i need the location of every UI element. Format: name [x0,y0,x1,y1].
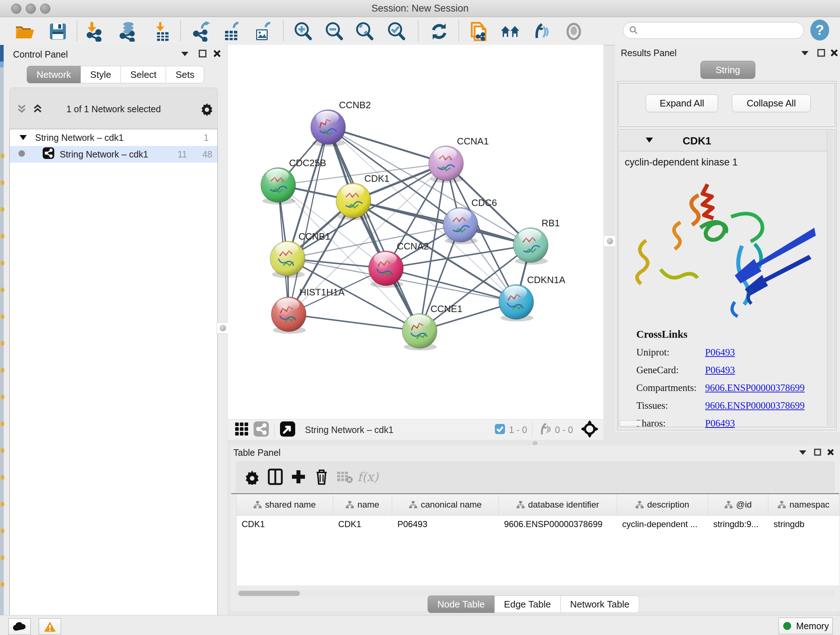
network-row-selected[interactable]: String Network – cdk1 11 48 [10,146,218,163]
float-window-icon[interactable] [198,49,207,59]
home-networks-button[interactable] [501,21,521,42]
column-header-@id[interactable]: @id [708,494,768,515]
collapse-triangle-icon[interactable] [645,137,654,145]
tab-network-table[interactable]: Network Table [561,595,639,613]
save-session-button[interactable] [48,21,68,42]
table-cell[interactable]: stringdb:9... [708,516,768,533]
network-node-RB1[interactable] [513,228,548,264]
table-options-gear-icon[interactable] [240,466,264,488]
tab-node-table[interactable]: Node Table [428,595,494,613]
search-input[interactable] [638,25,792,36]
warnings-button[interactable] [39,618,61,635]
delete-column-icon[interactable] [310,466,333,488]
close-panel-icon[interactable] [830,49,838,59]
add-column-icon[interactable] [287,466,310,488]
birds-eye-toggle-icon[interactable] [581,420,598,439]
table-cell[interactable]: stringdb [768,516,839,533]
collapse-all-button[interactable]: Collapse All [732,95,811,112]
tab-network[interactable]: Network [27,66,81,83]
memory-button[interactable]: Memory [778,618,833,634]
float-window-icon[interactable] [813,448,821,458]
float-window-icon[interactable] [817,49,826,59]
network-edge[interactable] [328,127,446,163]
network-node-CDC6[interactable] [443,207,478,244]
network-node-CCNE1[interactable] [402,314,437,350]
search-box[interactable] [623,22,804,39]
collapse-triangle-icon[interactable] [19,133,27,143]
table-cell[interactable]: cyclin-dependent ... [617,516,708,533]
table-cell[interactable]: P06493 [392,516,499,533]
clone-network-button[interactable] [469,21,489,42]
network-view-type-icon[interactable] [253,421,269,439]
crosslink-link[interactable]: P06493 [705,364,735,375]
import-table-file-button[interactable] [152,21,172,42]
close-panel-icon[interactable] [213,49,221,59]
selected-checkbox-icon[interactable] [494,424,505,436]
table-cell[interactable]: CDK1 [333,516,393,533]
results-scrollbar[interactable] [827,131,834,426]
network-edge[interactable] [289,314,420,331]
network-edge[interactable] [289,127,328,314]
zoom-out-button[interactable] [324,21,344,42]
network-node-CCNB2[interactable] [311,110,346,147]
node-table[interactable]: shared namenamecanonical namedatabase id… [231,493,839,585]
network-collection-row[interactable]: String Network – cdk1 1 [10,129,218,146]
hidden-eye-icon[interactable] [538,423,552,437]
zoom-selected-button[interactable] [386,21,407,42]
network-node-CDK1[interactable] [336,183,371,220]
column-header-shared-name[interactable]: shared name [237,494,333,515]
column-header-name[interactable]: name [333,494,393,515]
crosslink-link[interactable]: P06493 [705,418,735,429]
help-button[interactable]: ? [810,20,830,40]
network-node-CDKN1A[interactable] [499,285,534,321]
column-header-canonical-name[interactable]: canonical name [392,494,499,515]
float-menu-icon[interactable] [798,449,807,457]
import-network-file-button[interactable] [84,21,104,42]
apply-layout-button[interactable] [429,21,449,42]
export-table-button[interactable] [221,21,242,42]
network-node-HIST1H1A[interactable] [271,297,306,334]
float-menu-icon[interactable] [180,50,189,59]
float-menu-icon[interactable] [800,49,810,58]
crosslink-link[interactable]: 9606.ENSP00000378699 [705,382,805,393]
network-edge[interactable] [328,127,420,331]
network-canvas[interactable]: CCNB2CCNA1CDC25BCDK1CDC6RB1CCNB1CCNA2CDK… [228,45,603,419]
expand-all-button[interactable]: Expand All [646,95,718,112]
inspect-eye-button[interactable] [564,21,584,42]
view-grid-icon[interactable] [234,422,249,438]
cloud-status-button[interactable] [8,618,31,635]
splitter-handle[interactable] [603,235,616,247]
network-node-CCNA2[interactable] [369,251,403,288]
crosslink-link[interactable]: 9606.ENSP00000378699 [705,400,805,411]
tab-edge-table[interactable]: Edge Table [494,595,561,613]
network-node-CDC25B[interactable] [261,168,295,204]
results-hscrollbar[interactable] [620,420,642,426]
protein-section-header[interactable]: CDK1 [620,131,834,151]
import-network-database-button[interactable] [118,21,138,42]
network-node-CCNA1[interactable] [429,146,463,183]
column-header-description[interactable]: description [617,494,708,515]
zoom-in-button[interactable] [293,21,313,42]
table-cell[interactable]: 9606.ENSP00000378699 [499,516,617,533]
tab-string[interactable]: String [700,61,755,79]
close-panel-icon[interactable] [827,448,835,458]
tab-style[interactable]: Style [81,66,121,83]
show-columns-icon[interactable] [264,466,287,488]
detach-view-icon[interactable] [279,421,295,439]
network-edge[interactable] [354,201,531,245]
network-edge[interactable] [386,268,516,302]
hide-unhide-button[interactable] [531,21,551,42]
export-network-button[interactable] [191,21,211,42]
zoom-fit-button[interactable] [355,21,375,42]
splitter-handle[interactable] [216,322,229,334]
network-node-CCNB1[interactable] [270,241,305,278]
options-gear-icon[interactable] [199,101,215,118]
tab-select[interactable]: Select [121,66,166,83]
crosslink-link[interactable]: P06493 [705,347,735,358]
open-session-button[interactable] [14,21,35,42]
tab-sets[interactable]: Sets [166,66,204,83]
table-cell[interactable]: CDK1 [237,516,333,533]
column-header-namespac[interactable]: namespac [768,494,839,515]
export-image-button[interactable] [253,21,273,42]
column-header-database-identifier[interactable]: database identifier [499,494,617,515]
